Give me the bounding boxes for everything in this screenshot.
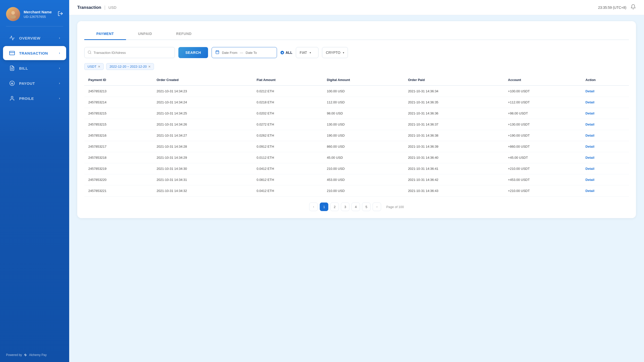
tag-date-close[interactable]: ✕	[148, 65, 151, 68]
clock-display: 23:35:59 (UTC+8)	[598, 6, 626, 10]
detail-link[interactable]: Detail	[585, 189, 594, 193]
date-range-picker[interactable]: Date From — Date To	[212, 47, 277, 58]
detail-link[interactable]: Detail	[585, 123, 594, 126]
data-table-wrap: Payment ID Order Created Fiat Amount Dig…	[84, 74, 629, 196]
merchant-info: Merchant Name UD-126757655	[24, 10, 54, 19]
cell-account: +453.00 USDT	[504, 174, 581, 185]
tag-usdt-label: USDT	[88, 65, 96, 68]
cell-action[interactable]: Detail	[581, 174, 629, 185]
topbar-separator: |	[104, 5, 105, 10]
profile-icon	[9, 95, 15, 101]
page-5-button[interactable]: 5	[362, 203, 371, 211]
col-payment-id: Payment ID	[84, 74, 152, 86]
table-row: 2457853220 2021-10-31 14:34:31 0.0812 ET…	[84, 174, 629, 185]
cell-order-created: 2021-10-31 14:34:27	[152, 130, 252, 141]
detail-link[interactable]: Detail	[585, 178, 594, 182]
cell-action[interactable]: Detail	[581, 130, 629, 141]
search-icon	[88, 50, 92, 55]
chevron-down-icon-fiat: ▾	[310, 51, 311, 54]
chevron-right-icon-bill: ›	[59, 66, 60, 70]
page-2-button[interactable]: 2	[330, 203, 339, 211]
crypto-label: CRYPTO	[326, 51, 340, 55]
detail-link[interactable]: Detail	[585, 156, 594, 159]
page-1-button[interactable]: 1	[320, 203, 328, 211]
cell-fiat-amount: 0.0412 ETH	[253, 185, 323, 196]
radio-all-dot	[280, 51, 284, 54]
tag-date-label: 2022-12-20 ~ 2022-12-20	[109, 65, 147, 68]
cell-fiat-amount: 0.0812 ETH	[253, 174, 323, 185]
sidebar-item-payout[interactable]: PAYOUT ›	[3, 76, 66, 90]
cell-payment-id: 2457853215	[84, 108, 152, 119]
radio-all-group[interactable]: ALL	[280, 51, 292, 55]
cell-order-created: 2021-10-31 14:34:32	[152, 185, 252, 196]
search-input[interactable]	[94, 51, 172, 55]
logout-button[interactable]	[58, 11, 63, 18]
fiat-dropdown[interactable]: FIAT ▾	[296, 47, 318, 58]
cell-account: +210.00 USDT	[504, 163, 581, 174]
cell-payment-id: 2457853213	[84, 86, 152, 97]
svg-point-1	[10, 15, 16, 19]
cell-order-paid: 2021-10-31 14:36:37	[404, 119, 504, 130]
sidebar-item-transaction[interactable]: TRANSACTION ›	[3, 46, 66, 60]
cell-action[interactable]: Detail	[581, 163, 629, 174]
table-row: 2457853215 2021-10-31 14:34:25 0.0202 ET…	[84, 108, 629, 119]
tab-payment[interactable]: PAYMENT	[84, 28, 126, 40]
cell-action[interactable]: Detail	[581, 152, 629, 163]
cell-order-paid: 2021-10-31 14:36:36	[404, 108, 504, 119]
sidebar-item-overview[interactable]: OVERVIEW ›	[3, 31, 66, 45]
page-3-button[interactable]: 3	[341, 203, 349, 211]
detail-link[interactable]: Detail	[585, 100, 594, 104]
cell-action[interactable]: Detail	[581, 141, 629, 152]
svg-marker-10	[24, 353, 27, 356]
cell-action[interactable]: Detail	[581, 86, 629, 97]
date-from-label: Date From	[222, 51, 237, 55]
tag-date-range: 2022-12-20 ~ 2022-12-20 ✕	[106, 63, 154, 70]
filter-bar: SEARCH Date From — Date To	[84, 47, 629, 58]
cell-fiat-amount: 0.0212 ETH	[253, 86, 323, 97]
cell-account: +130.00 USDT	[504, 119, 581, 130]
page-info: Page of 100	[386, 205, 404, 209]
cell-account: +98.00 USDT	[504, 108, 581, 119]
next-page-button[interactable]: ›	[373, 203, 381, 211]
tag-usdt: USDT ✕	[84, 63, 104, 70]
cell-order-paid: 2021-10-31 14:36:43	[404, 185, 504, 196]
cell-action[interactable]: Detail	[581, 119, 629, 130]
col-action: Action	[581, 74, 629, 86]
search-button[interactable]: SEARCH	[178, 47, 208, 58]
svg-line-12	[90, 53, 91, 54]
detail-link[interactable]: Detail	[585, 134, 594, 137]
detail-link[interactable]: Detail	[585, 145, 594, 148]
transaction-card: PAYMENT UNPAID REFUND SEARCH	[77, 21, 636, 218]
radio-all-label: ALL	[286, 51, 292, 55]
detail-link[interactable]: Detail	[585, 89, 594, 93]
page-4-button[interactable]: 4	[351, 203, 360, 211]
cell-action[interactable]: Detail	[581, 97, 629, 108]
notification-bell-icon[interactable]	[630, 4, 636, 11]
cell-order-created: 2021-10-31 14:34:30	[152, 163, 252, 174]
cell-order-created: 2021-10-31 14:34:26	[152, 119, 252, 130]
sidebar-item-profile[interactable]: PROILE ›	[3, 91, 66, 105]
prev-page-button[interactable]: ‹	[309, 203, 318, 211]
cell-digital-amount: 98.00 USD	[323, 108, 404, 119]
cell-order-paid: 2021-10-31 14:36:38	[404, 130, 504, 141]
cell-action[interactable]: Detail	[581, 108, 629, 119]
col-order-paid: Order Paid	[404, 74, 504, 86]
cell-order-paid: 2021-10-31 14:36:41	[404, 163, 504, 174]
search-box[interactable]	[84, 47, 175, 58]
powered-company-label: Alchemy Pay	[29, 353, 47, 357]
crypto-dropdown[interactable]: CRYPTO ▾	[322, 47, 348, 58]
tab-unpaid[interactable]: UNPAID	[126, 28, 164, 40]
detail-link[interactable]: Detail	[585, 167, 594, 171]
cell-action[interactable]: Detail	[581, 185, 629, 196]
detail-link[interactable]: Detail	[585, 111, 594, 115]
cell-digital-amount: 210.00 USD	[323, 185, 404, 196]
tag-usdt-close[interactable]: ✕	[98, 65, 100, 68]
sidebar-item-bill[interactable]: BILL ›	[3, 61, 66, 75]
svg-rect-3	[10, 51, 15, 55]
date-to-label: Date To	[246, 51, 257, 55]
content-area: PAYMENT UNPAID REFUND SEARCH	[69, 15, 644, 362]
cell-digital-amount: 130.00 USD	[323, 119, 404, 130]
tab-refund[interactable]: REFUND	[164, 28, 204, 40]
table-row: 2457853219 2021-10-31 14:34:30 0.0412 ET…	[84, 163, 629, 174]
main-content: Transaction | USD 23:35:59 (UTC+8) PAYME…	[69, 0, 644, 362]
